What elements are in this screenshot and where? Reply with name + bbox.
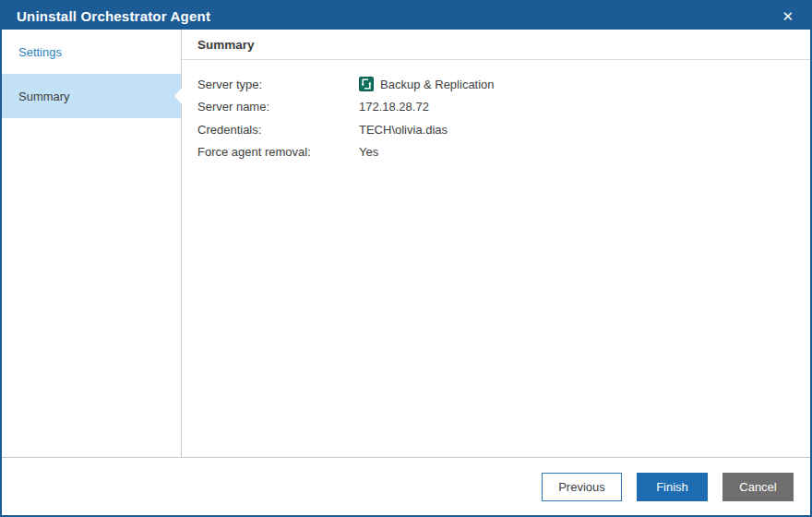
server-type-value: Backup & Replication xyxy=(380,78,495,91)
field-credentials: Credentials: TECH\olivia.dias xyxy=(197,118,810,141)
field-label: Force agent removal: xyxy=(197,145,359,159)
finish-button[interactable]: Finish xyxy=(637,473,708,501)
force-agent-removal-value: Yes xyxy=(359,145,378,159)
sidebar-item-summary-label: Summary xyxy=(18,90,70,103)
field-server-type: Server type: Backup & Replication xyxy=(197,73,810,96)
uninstall-orchestrator-agent-dialog: Uninstall Orchestrator Agent ✕ Settings … xyxy=(0,0,812,517)
field-force-agent-removal: Force agent removal: Yes xyxy=(197,141,810,164)
previous-button[interactable]: Previous xyxy=(542,473,622,501)
panel-title: Summary xyxy=(182,30,810,60)
field-label: Credentials: xyxy=(197,123,359,137)
titlebar: Uninstall Orchestrator Agent ✕ xyxy=(2,2,810,30)
cancel-button[interactable]: Cancel xyxy=(722,473,794,501)
window-title: Uninstall Orchestrator Agent xyxy=(17,8,778,24)
credentials-value: TECH\olivia.dias xyxy=(359,123,448,137)
dialog-body: Settings Summary Summary Server type: xyxy=(2,30,810,457)
wizard-steps-sidebar: Settings Summary xyxy=(2,30,182,457)
field-label: Server name: xyxy=(197,100,359,114)
field-value: Backup & Replication xyxy=(359,77,495,91)
server-name-value: 172.18.28.72 xyxy=(359,100,429,114)
summary-fields: Server type: Backup & Replication Se xyxy=(182,60,810,163)
selected-step-notch xyxy=(174,88,182,104)
summary-panel: Summary Server type: Backup & Replicatio… xyxy=(182,30,810,457)
field-server-name: Server name: 172.18.28.72 xyxy=(197,96,810,119)
sidebar-item-summary[interactable]: Summary xyxy=(2,74,181,118)
close-icon[interactable]: ✕ xyxy=(778,7,797,25)
backup-replication-icon xyxy=(359,77,374,91)
sidebar-item-settings-label: Settings xyxy=(18,45,62,59)
sidebar-item-settings[interactable]: Settings xyxy=(2,30,181,74)
field-label: Server type: xyxy=(197,78,359,91)
dialog-footer: Previous Finish Cancel xyxy=(2,457,810,515)
